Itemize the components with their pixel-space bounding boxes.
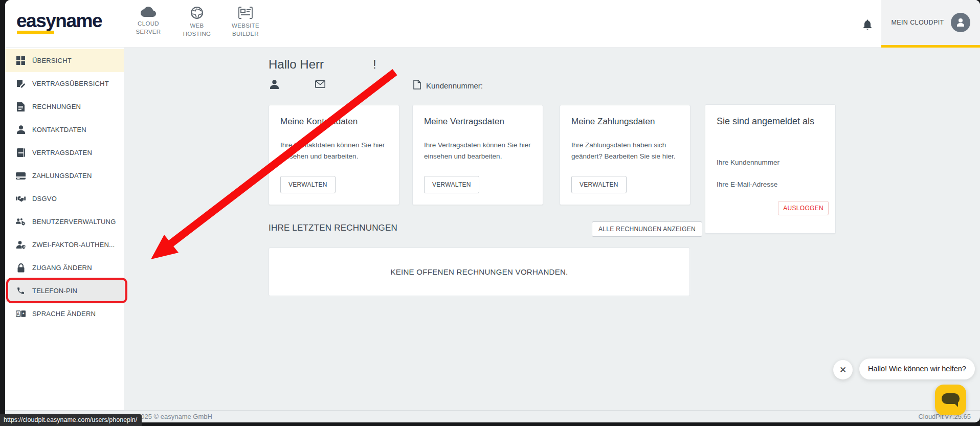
top-header: easyname CLOUD SERVER WEB HOSTING W [5, 0, 980, 48]
status-bar-url: https://cloudpit.easyname.com/users/phon… [0, 414, 142, 426]
chat-close-button[interactable]: ✕ [833, 360, 853, 379]
sidebar-item-label: SPRACHE ÄNDERN [32, 310, 96, 318]
contact-data-card: Meine Kontaktdaten Ihre Kontaktdaten kön… [269, 105, 399, 205]
account-menu[interactable]: MEIN CLOUDPIT [881, 0, 980, 48]
invoice-icon [16, 102, 26, 111]
footer-divider [5, 410, 980, 411]
sidebar-item-label: RECHNUNGEN [32, 103, 81, 110]
session-email-label: Ihre E-Mail-Adresse [717, 181, 824, 188]
sidebar-item-kontaktdaten[interactable]: KONTAKTDATEN [5, 118, 124, 141]
user-meta-row: Kundennummer: [5, 80, 980, 91]
language-icon: A* [16, 309, 26, 319]
sidebar-item-zahlungsdaten[interactable]: ZAHLUNGSDATEN [5, 164, 124, 187]
screenshot-page: easyname CLOUD SERVER WEB HOSTING W [0, 0, 980, 426]
session-card: Sie sind angemeldet als Ihre Kundennumme… [705, 104, 836, 234]
svg-text:A: A [17, 311, 20, 317]
card-title: Meine Vertragsdaten [424, 117, 531, 127]
card-body: Ihre Kontaktdaten können Sie hier einseh… [280, 140, 388, 163]
invoices-empty-panel: KEINE OFFENEN RECHNUNGEN VORHANDEN. [269, 248, 690, 296]
notifications-bell-icon[interactable] [861, 18, 874, 31]
customer-number-label: Kundennummer: [426, 81, 483, 90]
user-shield-icon [16, 240, 26, 250]
contract-overview-icon [16, 79, 26, 88]
credit-card-icon [16, 171, 26, 181]
sidebar-item-uebersicht[interactable]: ÜBERSICHT [5, 49, 124, 72]
sidebar-item-label: ZWEI-FAKTOR-AUTHEN... [32, 241, 115, 249]
payment-data-card: Meine Zahlungsdaten Ihre Zahlungsdaten h… [560, 105, 691, 205]
sidebar-item-label: DSGVO [32, 195, 57, 203]
invoices-heading: IHRE LETZTEN RECHNUNGEN [269, 223, 397, 233]
greeting-text: Hallo Herr [269, 57, 324, 71]
nav-label-line1: CLOUD [124, 20, 173, 28]
nav-website-builder[interactable]: WEBSITE BUILDER [221, 6, 270, 38]
session-card-title: Sie sind angemeldet als [717, 116, 824, 127]
sidebar-item-label: ZUGANG ÄNDERN [32, 264, 92, 272]
show-all-invoices-button[interactable]: ALLE RECHNUNGEN ANZEIGEN [592, 221, 702, 237]
sidebar-item-label: VERTRAGSDATEN [32, 149, 92, 156]
logo-text-easy: easy [16, 11, 55, 30]
phone-icon [16, 286, 26, 296]
card-title: Meine Zahlungsdaten [571, 117, 679, 127]
chat-greeting-pill[interactable]: Hallo! Wie können wir helfen? [859, 358, 975, 379]
close-icon: ✕ [839, 365, 847, 375]
invoices-empty-message: KEINE OFFENEN RECHNUNGEN VORHANDEN. [390, 267, 568, 276]
nav-web-hosting[interactable]: WEB HOSTING [172, 6, 221, 38]
verwalten-button[interactable]: VERWALTEN [424, 176, 479, 193]
sidebar-item-label: VERTRAGSÜBERSICHT [32, 80, 109, 87]
sidebar-nav: ÜBERSICHT VERTRAGSÜBERSICHT RECHNUNGEN K… [5, 48, 124, 410]
easyname-logo[interactable]: easyname [16, 11, 102, 30]
contract-data-icon [16, 148, 26, 158]
sidebar-item-zugang-aendern[interactable]: ZUGANG ÄNDERN [5, 256, 124, 279]
sidebar-item-label: TELEFON-PIN [32, 287, 77, 295]
account-label: MEIN CLOUDPIT [891, 19, 944, 26]
card-body: Ihre Zahlungsdaten haben sich geändert? … [571, 140, 679, 163]
card-body: Ihre Vertragsdaten können Sie hier einse… [424, 140, 531, 163]
footer-copyright: 2025 © easyname GmbH [137, 413, 212, 420]
users-gear-icon [16, 217, 26, 227]
avatar [951, 13, 970, 32]
sidebar-item-telefon-pin[interactable]: TELEFON-PIN [5, 279, 124, 302]
sidebar-item-zwei-faktor[interactable]: ZWEI-FAKTOR-AUTHEN... [5, 233, 124, 256]
logo-text-name: name [55, 10, 102, 31]
verwalten-button[interactable]: VERWALTEN [280, 176, 336, 193]
sidebar-item-vertragsdaten[interactable]: VERTRAGSDATEN [5, 141, 124, 164]
sidebar-item-rechnungen[interactable]: RECHNUNGEN [5, 95, 124, 118]
customer-number-group: Kundennummer: [413, 80, 483, 91]
sidebar-item-label: ÜBERSICHT [32, 57, 72, 64]
card-title: Meine Kontaktdaten [280, 117, 388, 127]
chat-bubble-icon [942, 393, 960, 404]
svg-text:*: * [23, 311, 25, 317]
person-icon [270, 80, 279, 91]
handshake-icon [16, 194, 26, 204]
nav-label-line2: SERVER [124, 28, 173, 36]
grid-icon [16, 56, 26, 65]
nav-label-line2: BUILDER [221, 30, 270, 38]
sidebar-item-benutzerverwaltung[interactable]: BENUTZERVERWALTUNG [5, 210, 124, 233]
lock-icon [16, 263, 26, 273]
cloud-icon [124, 6, 173, 17]
greeting-exclamation: ! [373, 57, 376, 71]
logout-button[interactable]: AUSLOGGEN [778, 201, 829, 215]
contract-data-card: Meine Vertragsdaten Ihre Vertragsdaten k… [412, 105, 543, 205]
session-customer-number-label: Ihre Kundennummer [717, 159, 824, 166]
sidebar-item-vertragsuebersicht[interactable]: VERTRAGSÜBERSICHT [5, 72, 124, 95]
verwalten-button[interactable]: VERWALTEN [571, 176, 627, 193]
chat-launcher-button[interactable] [935, 385, 966, 415]
sidebar-item-sprache-aendern[interactable]: A* SPRACHE ÄNDERN [5, 302, 124, 325]
nav-label-line2: HOSTING [172, 30, 221, 38]
document-icon [413, 80, 421, 91]
nav-label-line1: WEBSITE [221, 22, 270, 30]
globe-icon [172, 6, 221, 19]
sidebar-item-label: KONTAKTDATEN [32, 126, 86, 133]
greeting-heading: Hallo Herr! [269, 57, 376, 72]
browser-icon [221, 6, 270, 19]
envelope-icon [315, 80, 325, 90]
nav-cloud-server[interactable]: CLOUD SERVER [124, 6, 173, 36]
nav-label-line1: WEB [172, 22, 221, 30]
sidebar-item-dsgvo[interactable]: DSGVO [5, 187, 124, 210]
sidebar-item-label: ZAHLUNGSDATEN [32, 172, 92, 180]
user-icon [16, 125, 26, 134]
sidebar-item-label: BENUTZERVERWALTUNG [32, 218, 116, 226]
browser-app-window: easyname CLOUD SERVER WEB HOSTING W [5, 0, 980, 422]
